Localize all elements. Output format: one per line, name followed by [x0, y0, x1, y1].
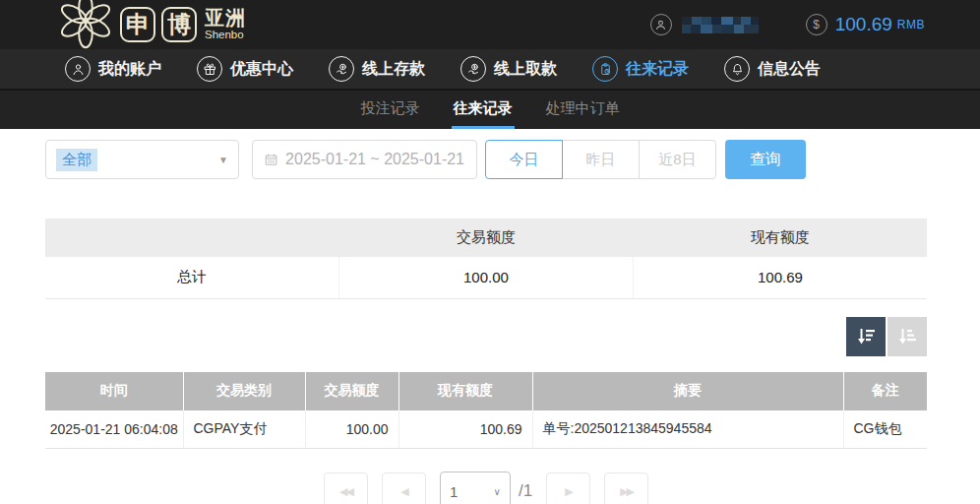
deposit-icon: [329, 56, 354, 82]
tab-bet-records[interactable]: 投注记录: [359, 91, 422, 129]
censored-username: [682, 17, 759, 33]
summary-transaction-amount: 100.00: [339, 257, 634, 298]
nav-item-my-account[interactable]: 我的账户: [65, 56, 161, 82]
user-icon: [65, 56, 91, 82]
nav-label: 往来记录: [626, 59, 689, 80]
calendar-icon: [265, 152, 277, 167]
user-account[interactable]: [650, 14, 759, 35]
sort-descending-button[interactable]: [846, 317, 886, 356]
type-select[interactable]: 全部 ▼: [45, 140, 239, 179]
summary-header-empty: [45, 219, 339, 257]
nav-item-announcements[interactable]: 信息公告: [724, 56, 821, 82]
query-button[interactable]: 查询: [725, 140, 806, 179]
left-arrow-icon: ◀: [400, 485, 406, 498]
sub-tab-bar: 投注记录 往来记录 处理中订单: [0, 91, 980, 129]
pagination: ◀◀ ◀ 1 ∨ /1 ▶ ▶▶: [45, 472, 927, 504]
first-page-button[interactable]: ◀◀: [324, 472, 368, 504]
date-range-picker[interactable]: 2025-01-21 ~ 2025-01-21: [252, 140, 477, 179]
gift-icon: [197, 56, 222, 82]
balance-display[interactable]: $ 100.69 RMB: [806, 14, 925, 35]
summary-total-label: 总计: [45, 257, 339, 298]
cell-balance: 100.69: [398, 410, 532, 449]
summary-table: 交易额度 现有额度 总计 100.00 100.69: [45, 219, 927, 299]
summary-header-transaction-amount: 交易额度: [339, 219, 634, 257]
col-header-type: 交易类别: [183, 372, 305, 410]
logo[interactable]: 申 博 亚洲 Shenbo: [57, 0, 246, 49]
nav-item-withdraw[interactable]: 线上取款: [460, 56, 557, 82]
logo-subtitle-text: Shenbo: [205, 30, 246, 41]
chevron-down-icon: ▼: [218, 155, 228, 165]
summary-total-row: 总计 100.00 100.69: [45, 257, 927, 298]
withdraw-icon: [460, 56, 486, 82]
col-header-note: 备注: [843, 372, 927, 410]
nav-item-deposit[interactable]: 线上存款: [329, 56, 425, 82]
col-header-balance: 现有额度: [398, 372, 532, 410]
last-page-button[interactable]: ▶▶: [604, 472, 648, 504]
col-header-time: 时间: [45, 372, 183, 410]
main-nav: 我的账户 优惠中心 线上存款 线上取款 往来记录 信息公告: [0, 49, 980, 91]
page-total-label: /1: [519, 481, 532, 501]
sort-descending-icon: [855, 326, 877, 347]
records-icon: [592, 56, 618, 82]
logo-char-shen: 申: [120, 7, 155, 42]
double-right-arrow-icon: ▶▶: [620, 485, 633, 498]
sort-controls: [45, 317, 927, 356]
balance-currency: RMB: [897, 18, 925, 32]
cell-amount: 100.00: [305, 410, 398, 449]
double-left-arrow-icon: ◀◀: [339, 485, 352, 498]
quick-btn-today[interactable]: 今日: [485, 140, 563, 179]
tab-pending-orders[interactable]: 处理中订单: [544, 91, 622, 129]
quick-date-group: 今日 昨日 近8日: [485, 140, 716, 179]
chevron-down-icon: ∨: [494, 486, 501, 497]
transactions-table: 时间 交易类别 交易额度 现有额度 摘要 备注 2025-01-21 06:04…: [45, 372, 927, 450]
nav-label: 优惠中心: [230, 59, 293, 80]
cell-note: CG钱包: [843, 410, 927, 449]
nav-label: 线上存款: [362, 59, 425, 80]
table-header-row: 时间 交易类别 交易额度 现有额度 摘要 备注: [45, 372, 927, 410]
nav-label: 线上取款: [494, 59, 557, 80]
bell-icon: [724, 56, 750, 82]
cell-time: 2025-01-21 06:04:08: [45, 410, 183, 449]
content-area: 全部 ▼ 2025-01-21 ~ 2025-01-21 今日 昨日 近8日 查…: [45, 140, 927, 504]
next-page-button[interactable]: ▶: [546, 472, 590, 504]
previous-page-button[interactable]: ◀: [382, 472, 426, 504]
right-arrow-icon: ▶: [565, 485, 571, 498]
logo-wordmark: 亚洲 Shenbo: [205, 8, 246, 41]
summary-current-amount: 100.69: [633, 257, 927, 298]
logo-char-bo: 博: [161, 7, 197, 42]
sort-ascending-icon: [896, 326, 918, 347]
table-row: 2025-01-21 06:04:08 CGPAY支付 100.00 100.6…: [45, 410, 927, 449]
cell-summary: 单号:202501213845945584: [532, 410, 843, 449]
nav-label: 我的账户: [98, 59, 161, 80]
top-bar: 申 博 亚洲 Shenbo $ 100.69 RMB: [0, 0, 980, 49]
cell-type: CGPAY支付: [183, 410, 305, 449]
col-header-summary: 摘要: [532, 372, 843, 410]
page-select-value: 1: [450, 483, 458, 500]
coin-dollar-icon: $: [806, 14, 827, 35]
user-avatar-icon: [650, 14, 672, 35]
summary-header-row: 交易额度 现有额度: [45, 219, 927, 257]
summary-header-current-amount: 现有额度: [633, 219, 927, 257]
flower-logo-icon: [57, 0, 114, 49]
quick-btn-last8days[interactable]: 近8日: [639, 140, 716, 179]
nav-item-transaction-records[interactable]: 往来记录: [592, 56, 689, 82]
date-range-text: 2025-01-21 ~ 2025-01-21: [285, 151, 464, 168]
sort-ascending-button[interactable]: [888, 317, 927, 356]
page-select[interactable]: 1 ∨: [440, 472, 511, 504]
col-header-amount: 交易额度: [305, 372, 398, 410]
filter-bar: 全部 ▼ 2025-01-21 ~ 2025-01-21 今日 昨日 近8日 查…: [45, 140, 927, 179]
balance-amount: 100.69: [835, 14, 892, 35]
type-select-value: 全部: [56, 149, 97, 171]
tab-transaction-records[interactable]: 往来记录: [452, 91, 515, 129]
nav-item-promotions[interactable]: 优惠中心: [197, 56, 293, 82]
quick-btn-yesterday[interactable]: 昨日: [562, 140, 640, 179]
nav-label: 信息公告: [758, 59, 821, 80]
logo-region-text: 亚洲: [205, 8, 246, 28]
